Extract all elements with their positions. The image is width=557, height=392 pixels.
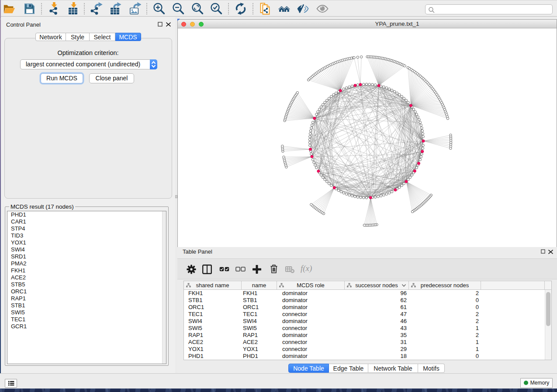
svg-text:f(x): f(x) (301, 264, 312, 273)
